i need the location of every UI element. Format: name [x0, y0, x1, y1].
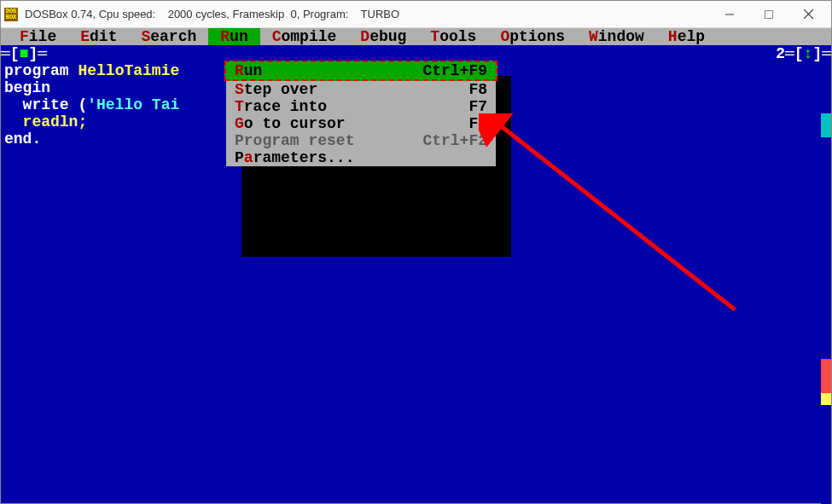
minimize-button[interactable] — [710, 2, 749, 27]
dd-parameters[interactable]: Parameters... — [226, 149, 496, 166]
dd-program-reset: Program reset Ctrl+F2 — [226, 132, 496, 149]
menu-search[interactable]: Search — [129, 28, 208, 45]
menu-run[interactable]: Run — [208, 28, 259, 45]
menu-compile[interactable]: Compile — [260, 28, 349, 45]
svg-line-4 — [496, 122, 735, 310]
menu-file[interactable]: File — [8, 28, 68, 45]
frame-window-number: 2═[↕]═ — [776, 45, 831, 62]
menu-window[interactable]: Window — [577, 28, 656, 45]
window-controls — [710, 2, 828, 27]
run-dropdown: Run Ctrl+F9 Step over F8 Trace into F7 G… — [226, 62, 496, 166]
frame-close-icon[interactable]: ■ — [20, 45, 29, 62]
dos-content: File Edit Search Run Compile Debug Tools… — [1, 28, 831, 503]
editor-frame-top: ═ [ ■ ] ═ 2═[↕]═ — [1, 45, 831, 62]
right-color-strip — [821, 62, 831, 503]
svg-rect-1 — [765, 10, 773, 18]
menu-help[interactable]: Help — [656, 28, 717, 45]
titlebar: DOS BOX DOSBox 0.74, Cpu speed: 2000 cyc… — [1, 1, 831, 28]
menubar: File Edit Search Run Compile Debug Tools… — [1, 28, 831, 45]
menu-options[interactable]: Options — [488, 28, 577, 45]
dd-go-to-cursor[interactable]: Go to cursor F4 — [226, 115, 496, 132]
menu-edit[interactable]: Edit — [68, 28, 129, 45]
menu-tools[interactable]: Tools — [418, 28, 488, 45]
title-text: DOSBox 0.74, Cpu speed: 2000 cycles, Fra… — [25, 8, 710, 20]
dd-trace-into[interactable]: Trace into F7 — [226, 98, 496, 115]
dosbox-icon: DOS BOX — [4, 8, 18, 21]
maximize-button[interactable] — [749, 2, 788, 27]
dd-step-over[interactable]: Step over F8 — [226, 81, 496, 98]
menu-debug[interactable]: Debug — [348, 28, 418, 45]
app-window: DOS BOX DOSBox 0.74, Cpu speed: 2000 cyc… — [0, 0, 832, 504]
dd-run[interactable]: Run Ctrl+F9 — [224, 61, 497, 81]
close-button[interactable] — [788, 2, 828, 27]
frame-close-icon-left[interactable]: [ — [10, 45, 20, 62]
